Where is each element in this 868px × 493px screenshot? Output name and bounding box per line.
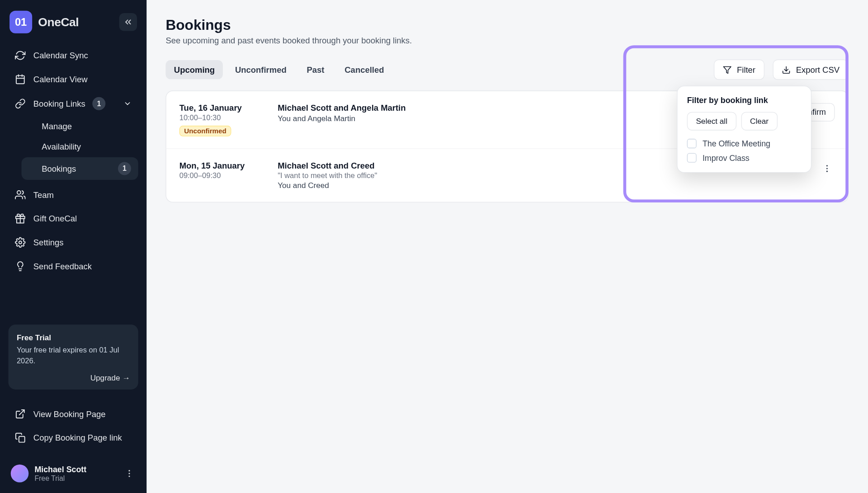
logo-text: OneCal [38,15,79,29]
sidebar-item-label: Calendar View [33,75,88,84]
calendar-icon [14,73,26,85]
svg-marker-13 [724,66,731,73]
filter-popover-heading: Filter by booking link [687,96,802,105]
sidebar-item-bookings[interactable]: Bookings 1 [21,157,138,180]
filter-popover-buttons: Select all Clear [687,112,802,131]
main: Bookings See upcoming and past events bo… [146,0,868,493]
tab-cancelled[interactable]: Cancelled [336,60,392,79]
sidebar-item-label: Copy Booking Page link [33,433,122,442]
sidebar-item-label: Availability [42,142,81,151]
svg-point-7 [19,241,22,244]
chevrons-left-icon [123,17,133,27]
booking-links-count-badge: 1 [93,97,106,110]
sidebar-item-team[interactable]: Team [8,183,138,206]
booking-time: 10:00–10:30 [179,114,260,122]
sidebar-item-gift[interactable]: Gift OneCal [8,207,138,230]
checkbox-icon [687,153,697,163]
toolbar-actions: Filter Export CSV Filter by booking link… [714,60,849,80]
export-label: Export CSV [796,65,840,75]
booking-title: Michael Scott and Angela Martin [278,103,406,113]
lightbulb-icon [14,260,26,272]
booking-info: Michael Scott and Creed "I want to meet … [278,161,377,190]
sidebar-item-label: Bookings [42,164,76,173]
sidebar-item-label: Send Feedback [33,262,92,271]
booking-date: Mon, 15 January [179,161,260,170]
trial-title: Free Trial [17,333,130,342]
copy-booking-page-link[interactable]: Copy Booking Page link [8,427,138,449]
sidebar-item-label: Manage [42,122,72,131]
svg-point-11 [128,473,130,474]
tab-unconfirmed[interactable]: Unconfirmed [226,60,295,79]
sidebar-item-label: Team [33,190,54,199]
page-subtitle: See upcoming and past events booked thro… [165,36,848,45]
sidebar-item-label: Calendar Sync [33,51,88,60]
external-link-icon [14,408,26,420]
sync-icon [14,49,26,61]
svg-point-12 [128,475,130,477]
user-plan: Free Trial [34,474,117,482]
svg-point-16 [826,168,828,169]
trial-box: Free Trial Your free trial expires on 01… [8,324,138,390]
chevron-down-icon [123,99,132,108]
logo[interactable]: 01 OneCal [9,11,79,33]
status-badge: Unconfirmed [179,126,231,136]
tab-past[interactable]: Past [298,60,333,79]
row-more-button[interactable] [819,161,835,176]
view-booking-page-link[interactable]: View Booking Page [8,403,138,425]
sidebar-item-calendar-sync[interactable]: Calendar Sync [8,44,138,67]
svg-rect-0 [16,75,24,84]
sidebar-item-feedback[interactable]: Send Feedback [8,255,138,277]
link-icon [14,98,26,109]
booking-when: Tue, 16 January 10:00–10:30 Unconfirmed [179,103,260,136]
clear-button[interactable]: Clear [741,112,778,131]
sidebar-item-calendar-view[interactable]: Calendar View [8,68,138,90]
bottom-links: View Booking Page Copy Booking Page link [8,403,138,449]
filter-option-label: Improv Class [703,153,750,162]
avatar[interactable] [11,465,29,483]
checkbox-icon [687,139,697,148]
sidebar-item-label: View Booking Page [33,409,106,418]
user-name: Michael Scott [34,465,117,474]
tabs: Upcoming Unconfirmed Past Cancelled [165,60,392,79]
booking-links-subnav: Manage Availability Bookings 1 [21,117,138,180]
sidebar-item-label: Settings [33,238,64,247]
filter-options: The Office Meeting Improv Class [687,139,802,163]
sidebar-item-booking-links[interactable]: Booking Links 1 [8,92,138,116]
primary-nav: Calendar Sync Calendar View Booking Link… [8,44,138,278]
user-row: Michael Scott Free Trial [8,461,138,486]
svg-point-4 [17,191,21,194]
svg-point-17 [826,171,828,172]
filter-label: Filter [737,65,755,75]
trial-body: Your free trial expires on 01 Jul 2026. [17,345,130,366]
filter-icon [722,65,732,75]
booking-attendees: You and Angela Martin [278,114,406,123]
collapse-sidebar-button[interactable] [119,13,137,31]
filter-option[interactable]: The Office Meeting [687,139,802,148]
filter-option-label: The Office Meeting [703,139,770,148]
logo-mark: 01 [9,11,32,33]
sidebar: 01 OneCal Calendar Sync Calendar Vi [0,0,146,493]
user-menu-button[interactable] [123,467,136,480]
sidebar-header: 01 OneCal [8,11,138,33]
svg-point-10 [128,470,130,471]
booking-when: Mon, 15 January 09:00–09:30 [179,161,260,180]
booking-info: Michael Scott and Angela Martin You and … [278,103,406,122]
tab-upcoming[interactable]: Upcoming [165,60,223,79]
sidebar-item-availability[interactable]: Availability [21,137,138,156]
filter-option[interactable]: Improv Class [687,153,802,163]
svg-line-8 [19,410,24,415]
page-title: Bookings [165,17,848,33]
sidebar-item-label: Booking Links [33,99,85,108]
user-info: Michael Scott Free Trial [34,465,117,482]
select-all-button[interactable]: Select all [687,112,736,131]
filter-button[interactable]: Filter [714,60,764,80]
upgrade-link[interactable]: Upgrade → [17,373,130,382]
export-csv-button[interactable]: Export CSV [773,60,849,80]
sidebar-item-manage[interactable]: Manage [21,117,138,136]
gift-icon [14,213,26,225]
download-icon [782,65,791,75]
booking-attendees: You and Creed [278,181,377,190]
svg-point-15 [826,165,828,166]
sidebar-item-settings[interactable]: Settings [8,231,138,254]
booking-time: 09:00–09:30 [179,172,260,180]
